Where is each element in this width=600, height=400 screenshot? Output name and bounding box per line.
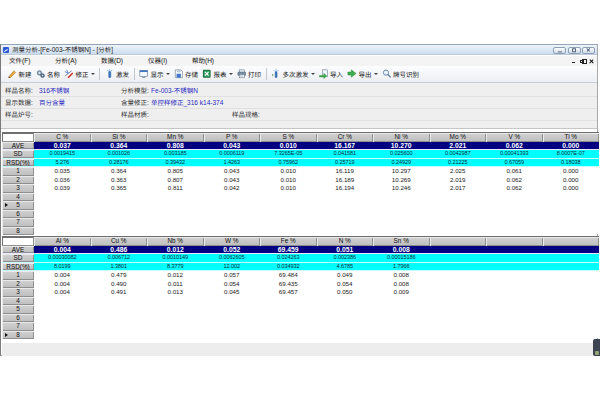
row-header[interactable]: 7 [2, 322, 34, 331]
column-header[interactable]: Ti % [543, 133, 600, 142]
table-cell[interactable]: 0.006712 [91, 254, 148, 262]
menu-item-1[interactable]: 分析(A) [55, 56, 77, 66]
table-cell[interactable]: 0.010 [260, 142, 317, 150]
table-cell[interactable]: 0.24929 [373, 159, 430, 167]
table-cell[interactable]: 0.21225 [430, 159, 487, 167]
table-cell[interactable]: 0.491 [91, 288, 148, 297]
mdi-close-button[interactable] [589, 58, 594, 64]
toolbar-button-名称[interactable]: 名称 [34, 67, 63, 81]
window-restore-button[interactable] [568, 47, 581, 55]
table-cell[interactable]: 0.808 [147, 142, 204, 150]
table-cell[interactable]: 0.75962 [260, 159, 317, 167]
table-cell[interactable]: 0.0006119 [204, 150, 261, 158]
grid-corner-cell[interactable] [2, 237, 34, 246]
table-cell[interactable]: 0.010 [260, 176, 317, 185]
table-cell[interactable]: 0.807 [147, 176, 204, 185]
row-header[interactable]: 6 [2, 210, 34, 219]
table-cell[interactable]: 2.021 [430, 142, 487, 150]
row-header[interactable]: SD [2, 254, 34, 262]
table-cell[interactable]: 0.012 [147, 271, 204, 280]
table-cell[interactable]: 0.054 [317, 280, 374, 289]
row-header[interactable]: 3 [2, 184, 34, 193]
table-cell[interactable]: 0.001026 [91, 150, 148, 158]
table-cell[interactable]: 0.008 [373, 280, 430, 289]
table-cell[interactable]: 12.002 [204, 263, 261, 271]
table-cell[interactable]: 1.3801 [91, 263, 148, 271]
table-cell[interactable]: 0.490 [91, 280, 148, 289]
column-header[interactable]: Sn % [373, 237, 430, 246]
table-cell[interactable]: 0.042 [204, 184, 261, 193]
table-cell[interactable]: 8.0007E-07 [543, 150, 600, 158]
table-cell[interactable]: 0.004 [34, 288, 91, 297]
table-cell[interactable]: 0.051 [317, 246, 374, 254]
row-header[interactable]: 5 [2, 201, 34, 210]
toolbar-button-存储[interactable]: 存储 [172, 67, 201, 81]
table-cell[interactable]: 0.365 [91, 184, 148, 193]
column-header[interactable]: Fe % [260, 237, 317, 246]
table-cell[interactable]: 0.039 [34, 184, 91, 193]
table-cell[interactable]: 0.025600 [373, 150, 430, 158]
row-header[interactable]: RSD(%) [2, 263, 34, 271]
table-cell[interactable]: 0.00030082 [34, 254, 91, 262]
column-header[interactable]: N % [317, 237, 374, 246]
column-header[interactable]: Al % [34, 237, 91, 246]
table-cell[interactable]: 69.484 [260, 271, 317, 280]
table-cell[interactable]: 0.061 [486, 167, 543, 176]
column-header[interactable]: Cr % [317, 133, 374, 142]
table-cell[interactable]: 0.479 [91, 271, 148, 280]
table-cell[interactable]: 0.811 [147, 184, 204, 193]
table-cell[interactable]: 10.246 [373, 184, 430, 193]
table-cell[interactable]: 0.0062605 [204, 254, 261, 262]
dropdown-arrow-icon[interactable] [229, 73, 233, 75]
table-cell[interactable]: 0.805 [147, 167, 204, 176]
row-header[interactable]: 3 [2, 288, 34, 297]
toolbar-button-显示[interactable]: 显示 [137, 67, 172, 81]
dropdown-arrow-icon[interactable] [311, 73, 315, 75]
table-cell[interactable]: 0.008 [373, 246, 430, 254]
table-cell[interactable]: 0.18038 [543, 159, 600, 167]
table-cell[interactable]: 0.004 [34, 280, 91, 289]
table-cell[interactable]: 0.486 [91, 246, 148, 254]
table-cell[interactable]: 0.052 [204, 246, 261, 254]
row-header[interactable]: 4 [2, 297, 34, 306]
row-header[interactable]: 1 [2, 271, 34, 280]
table-cell[interactable]: 0.0019415 [34, 150, 91, 158]
table-cell[interactable]: 8.0199 [34, 263, 91, 271]
table-cell[interactable]: 0.000 [543, 176, 600, 185]
window-close-button[interactable] [582, 47, 595, 55]
table-cell[interactable]: 0.024263 [260, 254, 317, 262]
column-header[interactable]: Mo % [430, 133, 487, 142]
table-cell[interactable]: 16.167 [317, 142, 374, 150]
table-cell[interactable]: 10.297 [373, 167, 430, 176]
toolbar-button-导出[interactable]: 导出 [345, 67, 380, 81]
table-cell[interactable]: 1.4263 [204, 159, 261, 167]
table-cell[interactable]: 0.0010149 [147, 254, 204, 262]
table-cell[interactable]: 0.008 [373, 271, 430, 280]
table-cell[interactable]: 16.194 [317, 184, 374, 193]
toolbar-button-激发[interactable]: 激发 [103, 67, 132, 81]
column-header[interactable]: Si % [91, 133, 148, 142]
column-header[interactable]: Mn % [147, 133, 204, 142]
table-cell[interactable]: 0.062 [486, 176, 543, 185]
menu-item-3[interactable]: 仪器(I) [148, 56, 167, 66]
table-cell[interactable]: 8.3779 [147, 263, 204, 271]
row-header[interactable]: 1 [2, 167, 34, 176]
table-cell[interactable]: 1.7966 [373, 263, 430, 271]
window-minimize-button[interactable] [553, 47, 566, 55]
column-header[interactable]: Nb % [147, 237, 204, 246]
table-cell[interactable]: 0.011 [147, 280, 204, 289]
column-header[interactable]: W % [204, 237, 261, 246]
column-header[interactable]: Cu % [91, 237, 148, 246]
table-cell[interactable]: 0.012 [147, 246, 204, 254]
row-header[interactable]: AVE [2, 246, 34, 254]
row-header[interactable]: 6 [2, 314, 34, 323]
table-cell[interactable]: 0.045 [204, 288, 261, 297]
column-header[interactable]: Ni % [373, 133, 430, 142]
table-cell[interactable]: 0.010 [260, 184, 317, 193]
table-cell[interactable]: 0.000 [543, 184, 600, 193]
dropdown-arrow-icon[interactable] [91, 73, 95, 75]
column-header[interactable] [543, 237, 600, 246]
table-cell[interactable]: 2.017 [430, 184, 487, 193]
table-cell[interactable]: 0.013 [147, 288, 204, 297]
row-header[interactable]: 2 [2, 176, 34, 185]
